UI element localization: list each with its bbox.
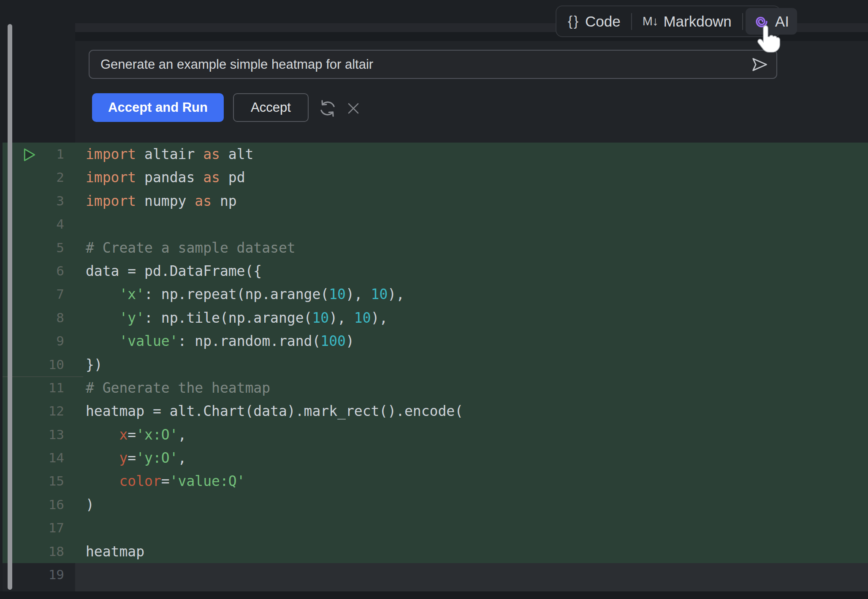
code-text: ) bbox=[86, 493, 94, 516]
markdown-icon: M↓ bbox=[643, 14, 658, 28]
code-text: y='y:O', bbox=[86, 446, 186, 469]
accept-and-run-button[interactable]: Accept and Run bbox=[92, 93, 224, 122]
braces-icon: {} bbox=[568, 13, 580, 29]
code-line[interactable]: 15 color='value:Q' bbox=[0, 469, 868, 493]
code-line[interactable]: 1import altair as alt bbox=[0, 143, 868, 166]
code-line[interactable]: 8 'y': np.tile(np.arange(10), 10), bbox=[0, 306, 868, 329]
tab-code[interactable]: {} Code bbox=[560, 8, 629, 35]
gutter-divider bbox=[0, 376, 83, 377]
code-line[interactable]: 13 x='x:O', bbox=[0, 423, 868, 446]
code-line[interactable]: 9 'value': np.random.rand(100) bbox=[0, 329, 868, 353]
code-text: # Create a sample dataset bbox=[86, 236, 296, 259]
tab-separator bbox=[742, 13, 743, 30]
code-line[interactable]: 7 'x': np.repeat(np.arange(10), 10), bbox=[0, 283, 868, 306]
code-text: import numpy as np bbox=[86, 189, 237, 213]
editor-left-edge bbox=[0, 143, 3, 591]
tab-ai[interactable]: AI bbox=[746, 8, 797, 35]
code-line[interactable]: 16) bbox=[0, 493, 868, 516]
tab-markdown-label: Markdown bbox=[663, 13, 731, 30]
code-line[interactable]: 12heatmap = alt.Chart(data).mark_rect().… bbox=[0, 399, 868, 423]
code-text: heatmap = alt.Chart(data).mark_rect().en… bbox=[86, 399, 463, 423]
refresh-icon[interactable] bbox=[317, 98, 338, 119]
code-line[interactable]: 18heatmap bbox=[0, 540, 868, 563]
code-text: heatmap bbox=[86, 540, 144, 563]
close-icon[interactable] bbox=[346, 101, 361, 116]
code-line[interactable]: 14 y='y:O', bbox=[0, 446, 868, 469]
ai-swirl-icon bbox=[754, 13, 770, 30]
code-text: import pandas as pd bbox=[86, 166, 245, 189]
code-text: 'y': np.tile(np.arange(10), 10), bbox=[86, 306, 388, 329]
code-line[interactable]: 19 bbox=[0, 563, 868, 591]
code-line[interactable]: 6data = pd.DataFrame({ bbox=[0, 259, 868, 283]
code-text: import altair as alt bbox=[86, 143, 253, 166]
code-line[interactable]: 2import pandas as pd bbox=[0, 166, 868, 189]
run-cell-icon[interactable] bbox=[22, 147, 37, 162]
tab-ai-label: AI bbox=[775, 13, 789, 30]
send-icon[interactable] bbox=[750, 57, 769, 73]
notebook-editor: {} Code M↓ Markdown AI Accept and Run A bbox=[0, 0, 868, 599]
code-text: 'x': np.repeat(np.arange(10), 10), bbox=[86, 283, 404, 306]
tab-code-label: Code bbox=[585, 13, 621, 30]
code-text: 'value': np.random.rand(100) bbox=[86, 329, 354, 353]
code-line[interactable]: 11# Generate the heatmap bbox=[0, 376, 868, 399]
ai-prompt-box bbox=[89, 50, 777, 79]
code-line[interactable]: 5# Create a sample dataset bbox=[0, 236, 868, 259]
code-text: }) bbox=[86, 353, 103, 376]
editor-bottom-area bbox=[0, 591, 868, 599]
accept-button[interactable]: Accept bbox=[233, 93, 309, 122]
code-text: x='x:O', bbox=[86, 423, 186, 446]
code-line[interactable]: 3import numpy as np bbox=[0, 189, 868, 213]
code-text: # Generate the heatmap bbox=[86, 376, 270, 399]
ai-prompt-input[interactable] bbox=[90, 51, 776, 78]
tab-separator bbox=[631, 13, 632, 30]
code-line[interactable]: 10}) bbox=[0, 353, 868, 376]
code-line[interactable]: 4 bbox=[0, 213, 868, 236]
cell-mode-tabs: {} Code M↓ Markdown AI bbox=[556, 5, 781, 37]
code-editor: 1import altair as alt2import pandas as p… bbox=[0, 143, 868, 591]
code-text: color='value:Q' bbox=[86, 469, 245, 493]
code-text: data = pd.DataFrame({ bbox=[86, 259, 262, 283]
vertical-scrollbar[interactable] bbox=[8, 24, 12, 590]
tab-markdown[interactable]: M↓ Markdown bbox=[635, 8, 740, 35]
code-line[interactable]: 17 bbox=[0, 516, 868, 540]
